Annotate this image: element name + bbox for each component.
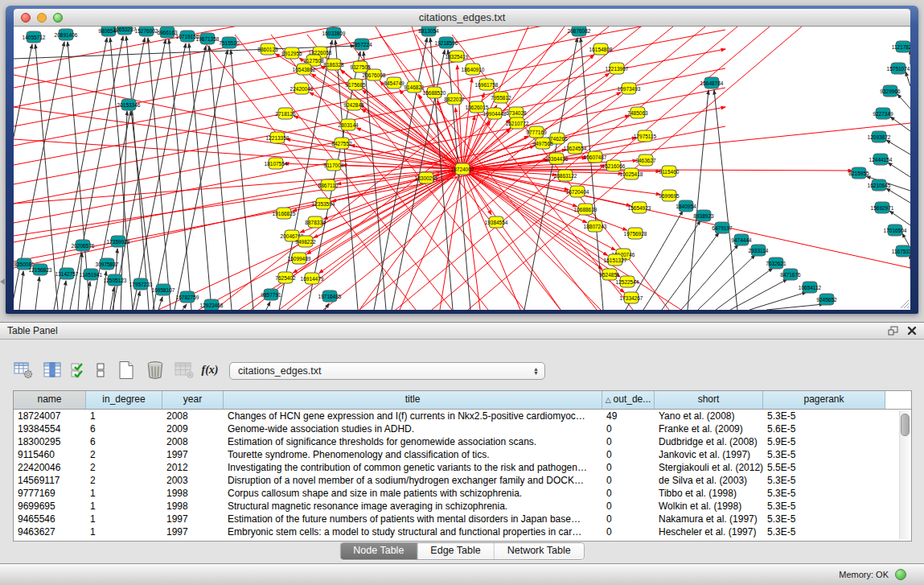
network-node[interactable]: 8471676 bbox=[780, 269, 801, 280]
network-node[interactable]: 10688639 bbox=[574, 204, 598, 215]
network-node[interactable]: 14055712 bbox=[23, 31, 46, 43]
network-node[interactable]: 11675336 bbox=[892, 245, 910, 257]
network-node[interactable]: 17957233 bbox=[129, 278, 153, 290]
table-row[interactable]: 911546021997Tourette syndrome. Phenomeno… bbox=[14, 448, 911, 461]
scrollbar-thumb[interactable] bbox=[901, 414, 910, 436]
network-node[interactable]: 7485063 bbox=[627, 107, 648, 118]
network-node[interactable]: 8912955 bbox=[281, 47, 302, 59]
network-node[interactable]: 9777169 bbox=[526, 126, 547, 138]
network-node[interactable]: 13624554 bbox=[564, 142, 587, 154]
network-node[interactable]: 16154808 bbox=[589, 43, 613, 55]
network-node[interactable]: 12213359 bbox=[266, 132, 290, 143]
table-row[interactable]: 977716911998Corpus callosum shape and si… bbox=[14, 487, 911, 500]
network-node[interactable]: 19756928 bbox=[624, 228, 647, 239]
table-row[interactable]: 1830029562008Estimation of significance … bbox=[14, 435, 911, 448]
network-node[interactable]: 9463627 bbox=[635, 154, 656, 166]
network-node[interactable]: 16033809 bbox=[322, 27, 346, 39]
network-node[interactable]: 9474444 bbox=[731, 234, 752, 245]
table-row[interactable]: 946362711997Embryonic stem cells: a mode… bbox=[14, 525, 911, 538]
network-node[interactable]: 16720404 bbox=[566, 186, 589, 197]
table-row[interactable]: 969969511998Structural magnetic resonanc… bbox=[14, 500, 911, 513]
network-node[interactable]: 19716485 bbox=[318, 290, 342, 302]
column-header-out_de[interactable]: △out_de... bbox=[602, 391, 655, 409]
table-row[interactable]: 1456911722003Disruption of a novel membe… bbox=[14, 474, 911, 487]
network-node[interactable]: 7857224 bbox=[351, 39, 372, 50]
network-node[interactable]: 2933114 bbox=[749, 245, 769, 256]
tab-node-table[interactable]: Node Table bbox=[340, 543, 417, 559]
network-node[interactable]: 9699695 bbox=[659, 190, 680, 201]
table-row[interactable]: 1938455462009Genome-wide association stu… bbox=[14, 422, 911, 435]
network-node[interactable]: 16958107 bbox=[152, 284, 175, 295]
network-node[interactable]: 19166825 bbox=[273, 208, 296, 219]
network-node[interactable]: 6734028 bbox=[506, 107, 527, 118]
network-node[interactable]: 9498222 bbox=[295, 236, 316, 247]
network-node[interactable]: 17016504 bbox=[884, 225, 907, 236]
network-node[interactable]: 7515520 bbox=[219, 37, 240, 48]
column-header-title[interactable]: title bbox=[224, 391, 602, 409]
column-header-short[interactable]: short bbox=[655, 391, 763, 409]
network-node[interactable]: 9146821 bbox=[404, 81, 425, 93]
tab-network-table[interactable]: Network Table bbox=[495, 543, 584, 559]
table-row[interactable]: 946554611997Estimation of the future num… bbox=[14, 513, 911, 525]
network-node[interactable]: 16914479 bbox=[301, 273, 324, 284]
network-node[interactable]: 7632621 bbox=[766, 257, 786, 269]
table-selector-dropdown[interactable]: citations_edges.txt ▲▼ bbox=[229, 362, 545, 380]
network-node[interactable]: 8813054 bbox=[418, 27, 439, 36]
column-visibility-icon[interactable] bbox=[40, 360, 64, 381]
network-node[interactable]: 15688520 bbox=[423, 87, 446, 98]
column-header-name[interactable]: name bbox=[14, 391, 86, 409]
network-node[interactable]: 10654112 bbox=[799, 282, 822, 293]
network-node[interactable]: 17334267 bbox=[620, 292, 643, 303]
tab-edge-table[interactable]: Edge Table bbox=[417, 543, 494, 559]
panel-collapse-arrow-icon[interactable] bbox=[0, 278, 5, 285]
column-header-year[interactable]: year bbox=[162, 391, 224, 409]
network-node[interactable]: 12353594 bbox=[312, 198, 335, 209]
float-panel-icon[interactable] bbox=[885, 324, 900, 337]
function-builder-icon[interactable]: f(x) bbox=[201, 360, 219, 381]
network-node[interactable]: 13142757 bbox=[55, 268, 79, 279]
table-row[interactable]: 2242004622012Investigating the contribut… bbox=[14, 461, 911, 474]
network-node[interactable]: 8186328 bbox=[323, 59, 344, 70]
network-node[interactable]: 9115460 bbox=[659, 166, 680, 177]
network-node[interactable]: 2718126 bbox=[275, 108, 296, 119]
network-node[interactable]: 18807243 bbox=[584, 220, 607, 232]
delete-table-icon[interactable] bbox=[143, 360, 167, 381]
close-panel-icon[interactable] bbox=[905, 324, 919, 337]
network-node[interactable]: 8878334 bbox=[305, 216, 326, 228]
network-node[interactable]: 9227349 bbox=[873, 108, 893, 119]
network-node[interactable]: 12522544 bbox=[616, 276, 639, 287]
network-node[interactable]: 8215955 bbox=[848, 167, 869, 179]
row-height-icon[interactable] bbox=[92, 360, 109, 381]
network-node[interactable]: 20876082 bbox=[568, 27, 591, 36]
network-node[interactable]: 9857791 bbox=[261, 289, 281, 300]
network-node[interactable]: 16099489 bbox=[288, 253, 311, 264]
network-node[interactable]: 11217825 bbox=[892, 41, 910, 52]
network-node[interactable]: 8822037 bbox=[444, 93, 465, 105]
network-node[interactable]: 15654923 bbox=[628, 202, 651, 213]
network-node[interactable]: 7625402 bbox=[275, 272, 296, 283]
network-node[interactable]: 12923468 bbox=[200, 299, 224, 310]
network-node[interactable]: 8427552 bbox=[331, 138, 352, 149]
column-header-in_degree[interactable]: in_degree bbox=[86, 391, 162, 409]
row-select-icon[interactable] bbox=[69, 360, 87, 381]
import-table-icon[interactable] bbox=[172, 360, 196, 381]
network-node[interactable]: 15751074 bbox=[887, 63, 910, 74]
network-node[interactable]: 16782759 bbox=[176, 291, 199, 303]
network-node[interactable]: 20206576 bbox=[72, 240, 95, 251]
network-canvas[interactable]: 1405571220891406980654410653287152760026… bbox=[14, 27, 910, 310]
window-titlebar[interactable]: citations_edges.txt bbox=[14, 9, 910, 27]
resize-grip[interactable] bbox=[899, 299, 910, 309]
network-node[interactable]: 8860123 bbox=[257, 43, 278, 55]
table-row[interactable]: 1872400712008Changes of HCN gene express… bbox=[14, 410, 911, 422]
network-node[interactable]: 10653287 bbox=[113, 27, 137, 35]
network-node[interactable]: 1840954 bbox=[676, 200, 696, 212]
network-node[interactable]: 2803144 bbox=[338, 119, 359, 130]
vertical-scrollbar[interactable] bbox=[899, 410, 910, 539]
network-node[interactable]: 18640910 bbox=[462, 64, 485, 75]
network-node[interactable]: 8454749 bbox=[384, 77, 405, 89]
network-node[interactable]: 16648784 bbox=[700, 77, 724, 89]
network-node[interactable]: 8867110 bbox=[318, 179, 339, 191]
new-table-icon[interactable] bbox=[114, 360, 138, 381]
network-node[interactable]: 9117004 bbox=[324, 159, 344, 171]
network-node[interactable]: 8938923 bbox=[693, 210, 714, 221]
